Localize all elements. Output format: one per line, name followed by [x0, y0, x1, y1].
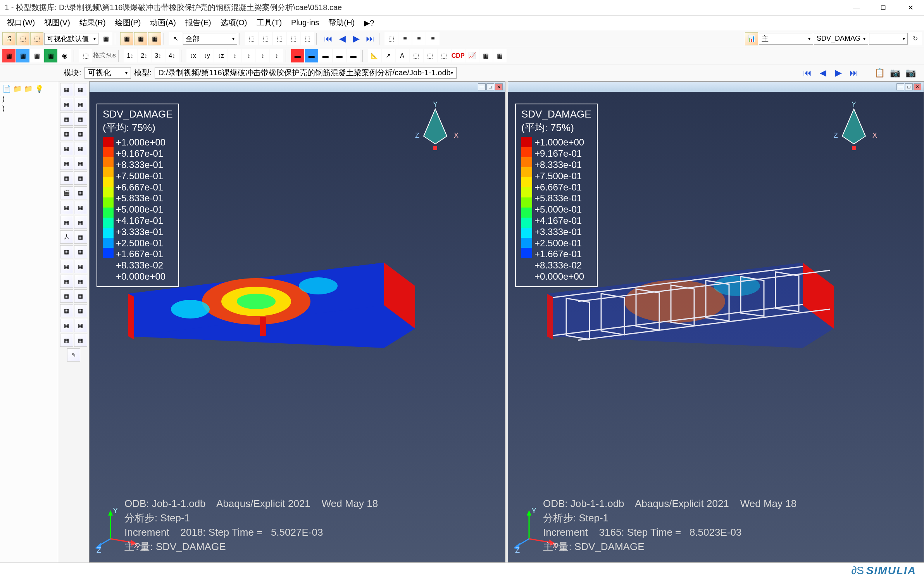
selection-combo[interactable]: 全部▾ — [183, 33, 237, 45]
tool-icon[interactable]: ≡ — [398, 32, 412, 45]
palette-btn[interactable]: ▦ — [60, 127, 73, 140]
menu-plugins[interactable]: Plug-ins — [287, 17, 323, 29]
tool-icon[interactable]: ⬚ — [79, 49, 92, 62]
viewport-canvas[interactable]: SDV_DAMAGE (平均: 75%) +1.000e+00+9.167e-0… — [508, 92, 924, 562]
menu-report[interactable]: 报告(E) — [181, 16, 215, 29]
last-icon[interactable]: ⏭ — [847, 67, 860, 79]
tool-icon[interactable]: ⬚ — [30, 32, 43, 45]
visualization-combo[interactable]: 可视化默认值▾ — [44, 33, 98, 45]
tool-icon[interactable]: ⬚ — [384, 32, 398, 45]
vp-close-icon[interactable]: ✕ — [495, 83, 503, 90]
palette-btn[interactable]: ▦ — [60, 112, 73, 126]
axis-icon[interactable]: ↕z — [214, 49, 228, 62]
menu-tools[interactable]: 工具(T) — [253, 16, 286, 29]
component-combo[interactable]: ▾ — [869, 33, 908, 45]
axis-icon[interactable]: ↕ — [270, 49, 283, 62]
palette-btn[interactable]: ▦ — [74, 319, 87, 332]
axis-icon[interactable]: 4↕ — [165, 49, 179, 62]
tool-icon[interactable]: ⬚ — [273, 32, 286, 45]
palette-btn[interactable]: ▦ — [74, 98, 87, 111]
menu-viewport[interactable]: 视口(W) — [3, 16, 39, 29]
axis-icon[interactable]: ↕ — [228, 49, 241, 62]
model-combo[interactable]: D:/录制视频/第116课爆破冲击带橡胶保护壳的钢筋混凝土梁案例分析/cae/J… — [155, 67, 457, 79]
last-frame-icon[interactable]: ⏭ — [364, 33, 377, 45]
palette-btn[interactable]: ▦ — [60, 334, 73, 347]
maximize-button[interactable]: □ — [874, 2, 892, 14]
mesh-icon[interactable]: ▦ — [148, 32, 161, 45]
prev-icon[interactable]: ◀ — [816, 67, 829, 79]
palette-btn[interactable]: ▦ — [60, 275, 73, 288]
palette-btn[interactable]: ▦ — [74, 289, 87, 303]
close-button[interactable]: ✕ — [902, 2, 919, 14]
menu-help[interactable]: 帮助(H) — [324, 16, 359, 29]
palette-btn[interactable]: ▦ — [60, 201, 73, 214]
palette-btn[interactable]: ▦ — [74, 334, 87, 347]
tool-icon[interactable]: ≡ — [412, 32, 426, 45]
palette-btn[interactable]: ▦ — [74, 186, 87, 199]
minimize-button[interactable]: — — [847, 2, 865, 14]
palette-btn[interactable]: ▦ — [74, 142, 87, 155]
palette-btn[interactable]: ▦ — [60, 216, 73, 229]
first-frame-icon[interactable]: ⏮ — [322, 33, 335, 45]
menu-animate[interactable]: 动画(A) — [146, 16, 180, 29]
tool-icon[interactable]: ⬚ — [245, 32, 258, 45]
tree-item[interactable]: ) — [2, 104, 55, 113]
palette-btn[interactable]: 人 — [60, 230, 73, 244]
palette-btn[interactable]: ▦ — [74, 275, 87, 288]
tool-icon[interactable]: ▬ — [319, 49, 332, 62]
tool-icon[interactable]: ▦ — [479, 49, 493, 62]
palette-btn[interactable]: ▦ — [60, 245, 73, 258]
palette-btn[interactable]: ▦ — [60, 83, 73, 96]
palette-btn[interactable]: ▦ — [74, 83, 87, 96]
palette-btn[interactable]: ▦ — [74, 304, 87, 317]
module-combo[interactable]: 可视化▾ — [84, 67, 131, 79]
palette-btn[interactable]: ▦ — [74, 112, 87, 126]
viewport-canvas[interactable]: SDV_DAMAGE (平均: 75%) +1.000e+00+9.167e-0… — [90, 92, 505, 562]
tool-icon[interactable]: ▦ — [16, 49, 29, 62]
tool-icon[interactable]: ⬚ — [301, 32, 314, 45]
vp-close-icon[interactable]: ✕ — [914, 83, 921, 90]
tool-icon[interactable]: ⬚ — [287, 32, 300, 45]
palette-btn[interactable]: ▦ — [74, 127, 87, 140]
tree-icon[interactable]: 📄 — [2, 85, 11, 93]
tool-icon[interactable]: ⬚ — [410, 49, 423, 62]
tool-icon[interactable]: ◉ — [58, 49, 71, 62]
mesh-icon[interactable]: ▦ — [134, 32, 147, 45]
print-icon[interactable]: 🖨 — [2, 32, 16, 45]
cdp-icon[interactable]: CDP — [452, 49, 465, 62]
prev-frame-icon[interactable]: ◀ — [336, 33, 349, 45]
palette-btn[interactable]: ▦ — [74, 216, 87, 229]
tool-icon[interactable]: ▦ — [44, 49, 57, 62]
palette-btn[interactable]: ▦ — [74, 171, 87, 185]
tool-icon[interactable]: ⬚ — [16, 32, 29, 45]
vp-maximize-icon[interactable]: □ — [486, 83, 494, 90]
copy-icon[interactable]: 📋 — [873, 67, 886, 79]
measure-icon[interactable]: 📐 — [368, 49, 381, 62]
palette-btn[interactable]: ▦ — [60, 304, 73, 317]
field-combo[interactable]: SDV_DAMAG▾ — [814, 33, 868, 45]
vp-maximize-icon[interactable]: □ — [905, 83, 913, 90]
palette-btn[interactable]: ▦ — [74, 245, 87, 258]
vp-minimize-icon[interactable]: — — [896, 83, 904, 90]
palette-btn[interactable]: ▦ — [60, 171, 73, 185]
tool-icon[interactable]: ▬ — [291, 49, 304, 62]
axis-icon[interactable]: ↕ — [242, 49, 255, 62]
palette-btn[interactable]: 🎬 — [60, 186, 73, 199]
tool-icon[interactable]: ▦ — [99, 32, 112, 45]
axis-icon[interactable]: 2↕ — [138, 49, 151, 62]
palette-btn[interactable]: ▦ — [74, 230, 87, 244]
chart-icon[interactable]: 📊 — [745, 32, 758, 45]
palette-btn[interactable]: ▦ — [60, 319, 73, 332]
plot-icon[interactable]: 📈 — [465, 49, 479, 62]
tool-icon[interactable]: ▦ — [2, 49, 16, 62]
tool-icon[interactable]: ⬚ — [424, 49, 437, 62]
palette-btn[interactable]: ▦ — [60, 98, 73, 111]
palette-btn[interactable]: ▦ — [74, 201, 87, 214]
camera-icon[interactable]: 📷 — [888, 67, 902, 79]
vp-minimize-icon[interactable]: — — [478, 83, 486, 90]
tool-icon[interactable]: ⬚ — [259, 32, 272, 45]
palette-btn[interactable]: ▦ — [74, 157, 87, 170]
axis-icon[interactable]: ↕x — [186, 49, 200, 62]
tool-icon[interactable]: ▬ — [333, 49, 346, 62]
palette-btn[interactable]: ▦ — [60, 260, 73, 273]
